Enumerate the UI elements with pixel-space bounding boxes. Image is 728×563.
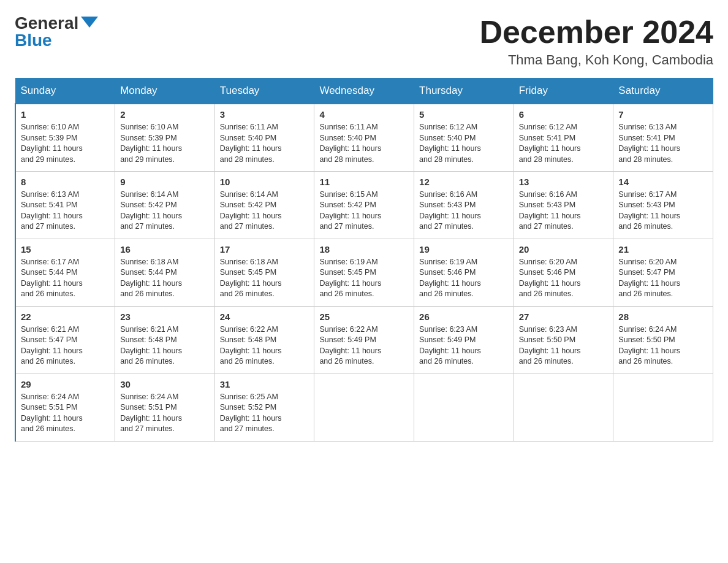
calendar-title: December 2024 <box>479 15 713 50</box>
day-info: Sunrise: 6:23 AM Sunset: 5:49 PM Dayligh… <box>419 324 509 367</box>
day-info: Sunrise: 6:11 AM Sunset: 5:40 PM Dayligh… <box>319 122 409 165</box>
day-info: Sunrise: 6:12 AM Sunset: 5:41 PM Dayligh… <box>519 122 609 165</box>
calendar-day-cell: 13 Sunrise: 6:16 AM Sunset: 5:43 PM Dayl… <box>514 171 613 239</box>
calendar-week-row: 15 Sunrise: 6:17 AM Sunset: 5:44 PM Dayl… <box>15 239 713 306</box>
calendar-day-cell: 23 Sunrise: 6:21 AM Sunset: 5:48 PM Dayl… <box>115 306 215 373</box>
day-info: Sunrise: 6:17 AM Sunset: 5:44 PM Dayligh… <box>21 257 110 300</box>
day-number: 11 <box>319 177 409 187</box>
calendar-day-cell: 21 Sunrise: 6:20 AM Sunset: 5:47 PM Dayl… <box>613 239 713 306</box>
day-info: Sunrise: 6:14 AM Sunset: 5:42 PM Dayligh… <box>120 190 210 232</box>
day-info: Sunrise: 6:11 AM Sunset: 5:40 PM Dayligh… <box>220 122 309 165</box>
day-number: 13 <box>519 177 609 187</box>
calendar-day-cell: 10 Sunrise: 6:14 AM Sunset: 5:42 PM Dayl… <box>214 171 314 239</box>
calendar-day-cell: 6 Sunrise: 6:12 AM Sunset: 5:41 PM Dayli… <box>514 104 613 171</box>
day-of-week-header: Saturday <box>613 79 713 104</box>
logo-triangle-icon <box>81 17 98 28</box>
calendar-day-cell: 19 Sunrise: 6:19 AM Sunset: 5:46 PM Dayl… <box>414 239 514 306</box>
calendar-day-cell: 22 Sunrise: 6:21 AM Sunset: 5:47 PM Dayl… <box>15 306 115 373</box>
day-number: 7 <box>618 109 708 120</box>
day-number: 26 <box>419 312 509 322</box>
calendar-week-row: 29 Sunrise: 6:24 AM Sunset: 5:51 PM Dayl… <box>15 373 713 441</box>
day-info: Sunrise: 6:13 AM Sunset: 5:41 PM Dayligh… <box>618 122 708 165</box>
day-number: 25 <box>319 312 409 322</box>
calendar-day-cell: 28 Sunrise: 6:24 AM Sunset: 5:50 PM Dayl… <box>613 306 713 373</box>
logo-general-text: General <box>15 15 78 32</box>
logo-blue-text: Blue <box>15 32 52 49</box>
location-subtitle: Thma Bang, Koh Kong, Cambodia <box>479 52 713 68</box>
day-of-week-header: Sunday <box>15 79 115 104</box>
day-number: 30 <box>120 379 210 389</box>
day-number: 6 <box>519 109 609 120</box>
day-number: 8 <box>21 177 110 187</box>
calendar-day-cell <box>514 373 613 441</box>
day-info: Sunrise: 6:20 AM Sunset: 5:47 PM Dayligh… <box>618 257 708 300</box>
day-info: Sunrise: 6:15 AM Sunset: 5:42 PM Dayligh… <box>319 190 409 232</box>
day-info: Sunrise: 6:21 AM Sunset: 5:48 PM Dayligh… <box>120 324 210 367</box>
day-number: 1 <box>21 109 110 120</box>
calendar-day-cell: 7 Sunrise: 6:13 AM Sunset: 5:41 PM Dayli… <box>613 104 713 171</box>
calendar-day-cell: 27 Sunrise: 6:23 AM Sunset: 5:50 PM Dayl… <box>514 306 613 373</box>
day-number: 4 <box>319 109 409 120</box>
calendar-day-cell <box>613 373 713 441</box>
calendar-day-cell: 5 Sunrise: 6:12 AM Sunset: 5:40 PM Dayli… <box>414 104 514 171</box>
calendar-day-cell: 2 Sunrise: 6:10 AM Sunset: 5:39 PM Dayli… <box>115 104 215 171</box>
day-number: 2 <box>120 109 210 120</box>
day-info: Sunrise: 6:22 AM Sunset: 5:48 PM Dayligh… <box>220 324 309 367</box>
calendar-day-cell: 16 Sunrise: 6:18 AM Sunset: 5:44 PM Dayl… <box>115 239 215 306</box>
calendar-day-cell <box>414 373 514 441</box>
day-info: Sunrise: 6:21 AM Sunset: 5:47 PM Dayligh… <box>21 324 110 367</box>
day-of-week-header: Tuesday <box>214 79 314 104</box>
calendar-day-cell: 31 Sunrise: 6:25 AM Sunset: 5:52 PM Dayl… <box>214 373 314 441</box>
calendar-week-row: 8 Sunrise: 6:13 AM Sunset: 5:41 PM Dayli… <box>15 171 713 239</box>
day-info: Sunrise: 6:13 AM Sunset: 5:41 PM Dayligh… <box>21 190 110 232</box>
day-info: Sunrise: 6:22 AM Sunset: 5:49 PM Dayligh… <box>319 324 409 367</box>
day-number: 12 <box>419 177 509 187</box>
day-of-week-header: Monday <box>115 79 215 104</box>
day-info: Sunrise: 6:23 AM Sunset: 5:50 PM Dayligh… <box>519 324 609 367</box>
day-info: Sunrise: 6:16 AM Sunset: 5:43 PM Dayligh… <box>519 190 609 232</box>
day-number: 18 <box>319 244 409 255</box>
day-number: 17 <box>220 244 309 255</box>
day-number: 22 <box>21 312 110 322</box>
day-info: Sunrise: 6:19 AM Sunset: 5:45 PM Dayligh… <box>319 257 409 300</box>
calendar-day-cell: 17 Sunrise: 6:18 AM Sunset: 5:45 PM Dayl… <box>214 239 314 306</box>
day-info: Sunrise: 6:10 AM Sunset: 5:39 PM Dayligh… <box>120 122 210 165</box>
calendar-day-cell: 18 Sunrise: 6:19 AM Sunset: 5:45 PM Dayl… <box>314 239 414 306</box>
calendar-day-cell: 12 Sunrise: 6:16 AM Sunset: 5:43 PM Dayl… <box>414 171 514 239</box>
calendar-day-cell: 24 Sunrise: 6:22 AM Sunset: 5:48 PM Dayl… <box>214 306 314 373</box>
calendar-day-cell: 30 Sunrise: 6:24 AM Sunset: 5:51 PM Dayl… <box>115 373 215 441</box>
day-number: 10 <box>220 177 309 187</box>
header-row: SundayMondayTuesdayWednesdayThursdayFrid… <box>15 79 713 104</box>
day-number: 31 <box>220 379 309 389</box>
day-info: Sunrise: 6:10 AM Sunset: 5:39 PM Dayligh… <box>21 122 110 165</box>
day-info: Sunrise: 6:24 AM Sunset: 5:51 PM Dayligh… <box>120 392 210 435</box>
logo: General Blue <box>15 15 98 49</box>
calendar-day-cell: 29 Sunrise: 6:24 AM Sunset: 5:51 PM Dayl… <box>15 373 115 441</box>
calendar-day-cell: 3 Sunrise: 6:11 AM Sunset: 5:40 PM Dayli… <box>214 104 314 171</box>
calendar-day-cell: 14 Sunrise: 6:17 AM Sunset: 5:43 PM Dayl… <box>613 171 713 239</box>
day-number: 28 <box>618 312 708 322</box>
day-of-week-header: Wednesday <box>314 79 414 104</box>
day-number: 14 <box>618 177 708 187</box>
calendar-table: SundayMondayTuesdayWednesdayThursdayFrid… <box>15 78 713 442</box>
day-info: Sunrise: 6:19 AM Sunset: 5:46 PM Dayligh… <box>419 257 509 300</box>
calendar-week-row: 22 Sunrise: 6:21 AM Sunset: 5:47 PM Dayl… <box>15 306 713 373</box>
page-header: General Blue December 2024 Thma Bang, Ko… <box>15 15 713 68</box>
calendar-day-cell: 1 Sunrise: 6:10 AM Sunset: 5:39 PM Dayli… <box>15 104 115 171</box>
day-number: 19 <box>419 244 509 255</box>
calendar-day-cell: 9 Sunrise: 6:14 AM Sunset: 5:42 PM Dayli… <box>115 171 215 239</box>
calendar-day-cell: 26 Sunrise: 6:23 AM Sunset: 5:49 PM Dayl… <box>414 306 514 373</box>
day-info: Sunrise: 6:20 AM Sunset: 5:46 PM Dayligh… <box>519 257 609 300</box>
calendar-day-cell: 25 Sunrise: 6:22 AM Sunset: 5:49 PM Dayl… <box>314 306 414 373</box>
day-number: 9 <box>120 177 210 187</box>
title-section: December 2024 Thma Bang, Koh Kong, Cambo… <box>479 15 713 68</box>
day-info: Sunrise: 6:14 AM Sunset: 5:42 PM Dayligh… <box>220 190 309 232</box>
day-number: 3 <box>220 109 309 120</box>
day-of-week-header: Friday <box>514 79 613 104</box>
calendar-day-cell <box>314 373 414 441</box>
day-info: Sunrise: 6:24 AM Sunset: 5:51 PM Dayligh… <box>21 392 110 435</box>
day-info: Sunrise: 6:25 AM Sunset: 5:52 PM Dayligh… <box>220 392 309 435</box>
day-of-week-header: Thursday <box>414 79 514 104</box>
calendar-week-row: 1 Sunrise: 6:10 AM Sunset: 5:39 PM Dayli… <box>15 104 713 171</box>
day-info: Sunrise: 6:12 AM Sunset: 5:40 PM Dayligh… <box>419 122 509 165</box>
